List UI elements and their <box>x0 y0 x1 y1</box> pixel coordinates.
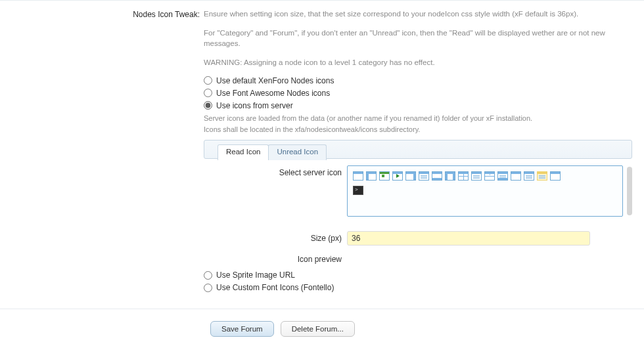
size-label: Size (px) <box>204 231 342 246</box>
server-icon-picker[interactable] <box>347 165 623 217</box>
icon-layout-plain[interactable] <box>511 171 521 181</box>
icon-layout-plain-b[interactable] <box>524 171 534 181</box>
footer-actions: Save Forum Delete Forum... <box>0 317 644 337</box>
radio-fontello[interactable] <box>204 284 212 292</box>
radio-default-xenforo[interactable] <box>204 76 212 85</box>
icon-layout-selected[interactable] <box>537 171 547 181</box>
picker-scrollbar[interactable] <box>627 167 632 215</box>
icon-tabs: Read Icon Unread Icon <box>204 140 632 159</box>
icon-layout-empty[interactable] <box>550 171 561 181</box>
radio-server-icons[interactable] <box>204 101 212 110</box>
size-input[interactable] <box>347 231 590 246</box>
section-desc-1: Ensure when setting icon size, that the … <box>204 9 618 20</box>
icon-layout-grid[interactable] <box>458 171 469 181</box>
option-fa-label: Use Font Awesome Nodes icons <box>216 89 330 98</box>
icon-layout-flag-green[interactable] <box>379 171 390 181</box>
option-default-xenforo[interactable]: Use default XenForo Nodes icons <box>204 76 632 85</box>
delete-forum-button[interactable]: Delete Forum... <box>281 321 355 337</box>
option-sprite-url[interactable]: Use Sprite Image URL <box>204 270 632 280</box>
option-server-label: Use icons from server <box>216 101 293 110</box>
icon-layout-grid-b[interactable] <box>484 171 495 181</box>
option-server-icons[interactable]: Use icons from server <box>204 101 632 110</box>
icon-layout-stripes-a[interactable] <box>471 171 482 181</box>
section-desc-2: For "Category" and "Forum", if you don't… <box>204 28 618 49</box>
icon-layout-bottom[interactable] <box>432 171 442 181</box>
radio-sprite-url[interactable] <box>204 271 212 280</box>
radio-font-awesome[interactable] <box>204 89 212 97</box>
icon-layout-top-left[interactable] <box>366 171 377 181</box>
icon-layout-stripes-b[interactable] <box>497 171 508 181</box>
icon-layout-top[interactable] <box>353 171 363 181</box>
section-desc-3: WARNING: Assigning a node icon to a leve… <box>204 57 618 68</box>
select-icon-label: Select server icon <box>204 165 342 225</box>
option-server-desc-2: Icons shall be located in the xfa/nodesi… <box>204 125 611 135</box>
icon-preview-label: Icon preview <box>204 252 342 264</box>
option-sprite-label: Use Sprite Image URL <box>216 270 295 280</box>
icon-layout-left-right[interactable] <box>445 171 455 181</box>
option-server-desc-1: Server icons are loaded from the data (o… <box>204 114 611 123</box>
icon-layout-top-stripes[interactable] <box>419 171 429 181</box>
option-fontello[interactable]: Use Custom Font Icons (Fontello) <box>204 283 632 292</box>
option-font-awesome[interactable]: Use Font Awesome Nodes icons <box>204 89 632 98</box>
icon-layout-top-right[interactable] <box>405 171 416 181</box>
option-default-label: Use default XenForo Nodes icons <box>216 76 334 85</box>
icon-layout-play[interactable] <box>392 171 403 181</box>
icon-terminal[interactable] <box>353 186 363 195</box>
tab-unread-icon[interactable]: Unread Icon <box>268 144 327 160</box>
save-forum-button[interactable]: Save Forum <box>210 321 274 337</box>
tab-read-icon[interactable]: Read Icon <box>218 144 269 160</box>
option-fontello-label: Use Custom Font Icons (Fontello) <box>216 283 334 292</box>
section-label: Nodes Icon Tweak: <box>0 9 204 19</box>
